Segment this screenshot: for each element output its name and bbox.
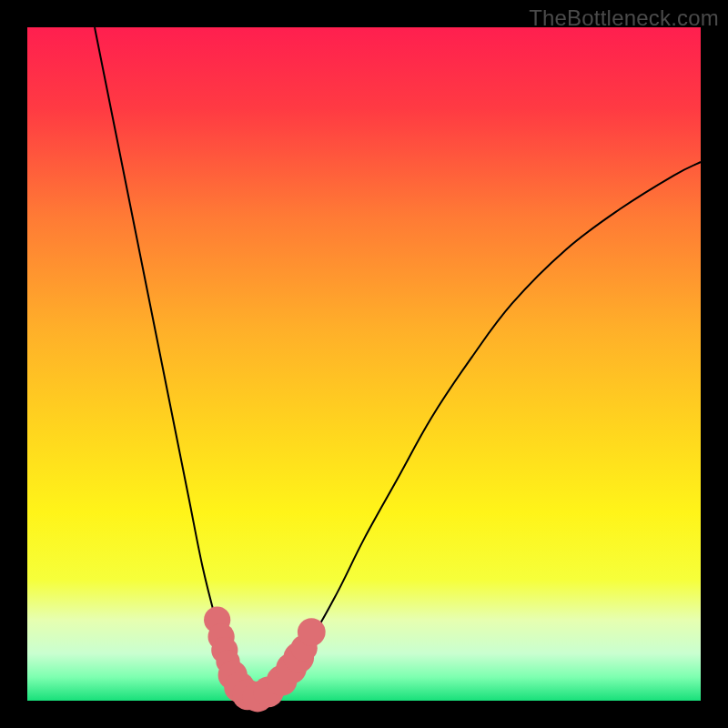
chart-svg (27, 27, 701, 701)
curve-left-branch (95, 27, 249, 697)
watermark-text: TheBottleneck.com (529, 5, 719, 31)
chart-marker (298, 618, 326, 646)
plot-area (27, 27, 701, 701)
marker-group (204, 607, 326, 713)
outer-frame: TheBottleneck.com (0, 0, 728, 728)
curve-right-branch (249, 162, 701, 697)
